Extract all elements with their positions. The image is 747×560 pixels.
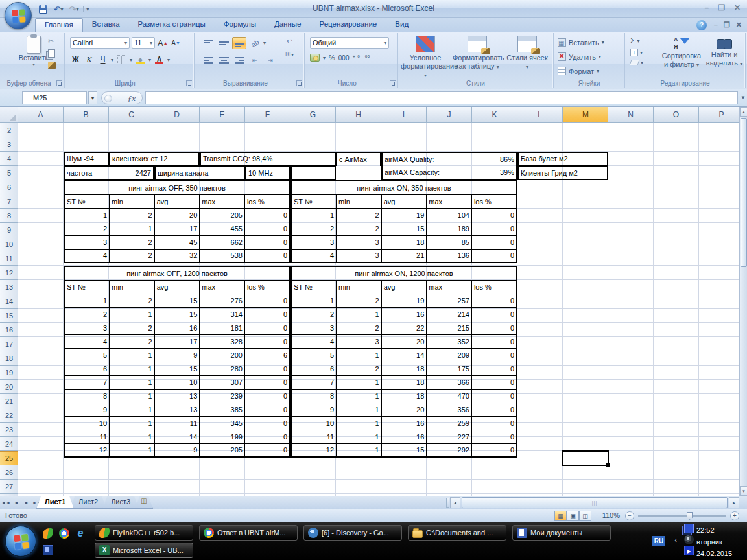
column-header[interactable]: L: [517, 107, 563, 123]
ribbon-tab[interactable]: Главная: [35, 18, 83, 32]
clock[interactable]: 22:52 вторник 24.02.2015: [696, 524, 743, 559]
format-as-table-button[interactable]: Форматировать как таблицу ▾: [453, 36, 502, 78]
ping-table-cell[interactable]: 2: [110, 249, 155, 262]
ping-table-cell[interactable]: 18: [381, 375, 427, 389]
ping-table-cell[interactable]: 352: [427, 334, 472, 348]
info-cell[interactable]: Клиенты Грид м2: [517, 166, 608, 180]
find-select-button[interactable]: Найти и выделить ▾: [704, 36, 744, 68]
ping-table-cell[interactable]: 16: [381, 307, 427, 321]
ping-table-cell[interactable]: 1: [110, 375, 155, 389]
ping-table-cell[interactable]: 21: [381, 249, 427, 262]
ping-table-cell[interactable]: 17: [154, 334, 200, 348]
font-color-button[interactable]: А: [154, 54, 165, 65]
ping-table-cell[interactable]: 0: [244, 222, 290, 235]
ping-table-cell[interactable]: 470: [427, 389, 472, 402]
ping-table-cell[interactable]: 6: [64, 362, 110, 375]
percent-style-button[interactable]: %: [329, 54, 335, 62]
ping-table-cell[interactable]: 2: [110, 208, 155, 222]
taskbar-button[interactable]: XMicrosoft Excel - UB...: [95, 542, 193, 558]
row-header[interactable]: 25: [0, 451, 18, 465]
zoom-track[interactable]: [638, 515, 726, 517]
ribbon-tab[interactable]: Формулы: [215, 18, 265, 32]
ping-table-cell[interactable]: 1: [110, 430, 155, 443]
vertical-scroll-thumb[interactable]: [741, 118, 747, 267]
ping-table-cell[interactable]: 6: [244, 348, 290, 362]
align-right-button[interactable]: [232, 54, 246, 66]
ping-table-cell[interactable]: 0: [244, 375, 290, 389]
ping-table-cell[interactable]: 0: [471, 375, 517, 389]
ping-table-cell[interactable]: 9: [154, 348, 200, 362]
ping-table-header-cell[interactable]: ST №: [291, 280, 337, 294]
taskbar-button[interactable]: FlylinkDC++ r502 b...: [95, 525, 193, 541]
wrap-text-button[interactable]: ↩: [287, 37, 292, 45]
align-top-button[interactable]: [201, 37, 215, 49]
ping-table-cell[interactable]: 227: [427, 430, 472, 443]
ping-table-header-cell[interactable]: ST №: [64, 280, 110, 294]
ping-table-cell[interactable]: 181: [200, 321, 245, 334]
italic-button[interactable]: К: [84, 54, 95, 65]
info-cell[interactable]: с AirMax: [336, 152, 381, 166]
ping-table-cell[interactable]: 15: [154, 307, 200, 321]
ping-table-cell[interactable]: 0: [471, 249, 517, 262]
ping-table-header-cell[interactable]: los %: [244, 280, 290, 294]
ping-table-cell[interactable]: 1: [337, 443, 382, 457]
ping-table-cell[interactable]: 20: [381, 334, 427, 348]
ping-table-cell[interactable]: 538: [200, 249, 245, 262]
ping-table-cell[interactable]: 2: [64, 222, 110, 235]
ping-table-cell[interactable]: 1: [110, 362, 155, 375]
ping-table-cell[interactable]: 104: [427, 208, 472, 222]
ping-table-cell[interactable]: 276: [200, 294, 245, 307]
sheet-tab[interactable]: Лист2: [70, 496, 106, 509]
window-minimize-button[interactable]: –: [704, 3, 709, 12]
decrease-decimal-button[interactable]: ·⁰⁰: [363, 54, 370, 61]
ping-table-cell[interactable]: 205: [200, 443, 245, 457]
ping-table-cell[interactable]: 239: [200, 389, 245, 402]
tab-split-handle[interactable]: [446, 498, 449, 508]
ping-table-cell[interactable]: 356: [427, 402, 472, 416]
info-cell[interactable]: База булет м2: [517, 152, 608, 166]
ping-table-cell[interactable]: 2: [110, 294, 155, 307]
ping-table-header-cell[interactable]: ST №: [64, 194, 110, 208]
sort-filter-button[interactable]: Сортировка и фильтр ▾: [661, 36, 702, 69]
name-box[interactable]: M25: [22, 91, 87, 104]
ping-table-title[interactable]: пинг airmax OFF, 350 паектов: [64, 181, 290, 194]
format-cells-button[interactable]: Формат▾: [558, 67, 599, 75]
ping-table-cell[interactable]: 1: [291, 208, 337, 222]
zoom-out-button[interactable]: −: [625, 511, 634, 520]
alignment-dialog-launcher[interactable]: [296, 80, 302, 86]
help-button[interactable]: ?: [696, 20, 707, 30]
ping-table-cell[interactable]: 1: [337, 307, 382, 321]
info-cell[interactable]: клиентских ст 12: [109, 152, 200, 166]
ping-table-cell[interactable]: 3: [64, 235, 110, 249]
ping-table-header-cell[interactable]: min: [110, 280, 155, 294]
ping-table-cell[interactable]: 19: [381, 208, 427, 222]
ping-table-cell[interactable]: 9: [154, 443, 200, 457]
column-header[interactable]: F: [245, 107, 290, 123]
tray-player-icon[interactable]: ▶: [684, 546, 694, 555]
name-box-dropdown[interactable]: ▼: [88, 91, 97, 104]
ping-table-cell[interactable]: 1: [337, 430, 382, 443]
ping-table-cell[interactable]: 0: [244, 389, 290, 402]
row-header[interactable]: 2: [0, 123, 18, 137]
align-middle-button[interactable]: [217, 37, 231, 49]
ping-table-cell[interactable]: 1: [64, 294, 110, 307]
ping-table-cell[interactable]: 0: [244, 430, 290, 443]
column-header[interactable]: K: [472, 107, 517, 123]
ping-table-cell[interactable]: 17: [154, 222, 200, 235]
ping-table-cell[interactable]: 0: [471, 222, 517, 235]
ping-table-cell[interactable]: 1: [337, 402, 382, 416]
clipboard-dialog-launcher[interactable]: [56, 80, 62, 86]
info-cell[interactable]: airMAX Capacity:: [381, 166, 472, 180]
ping-table-cell[interactable]: 1: [337, 375, 382, 389]
ping-table-cell[interactable]: 1: [110, 348, 155, 362]
ping-table-header-cell[interactable]: max: [427, 280, 472, 294]
ping-table-cell[interactable]: 2: [110, 235, 155, 249]
ping-table-cell[interactable]: 8: [291, 389, 337, 402]
row-header[interactable]: 22: [0, 408, 18, 423]
workbook-restore-button[interactable]: ❐: [724, 21, 730, 29]
row-header[interactable]: 4: [0, 152, 18, 166]
ping-table-cell[interactable]: 2: [291, 222, 337, 235]
ping-table-cell[interactable]: 15: [381, 222, 427, 235]
ping-table-cell[interactable]: 1: [337, 389, 382, 402]
ping-table-cell[interactable]: 20: [381, 402, 427, 416]
